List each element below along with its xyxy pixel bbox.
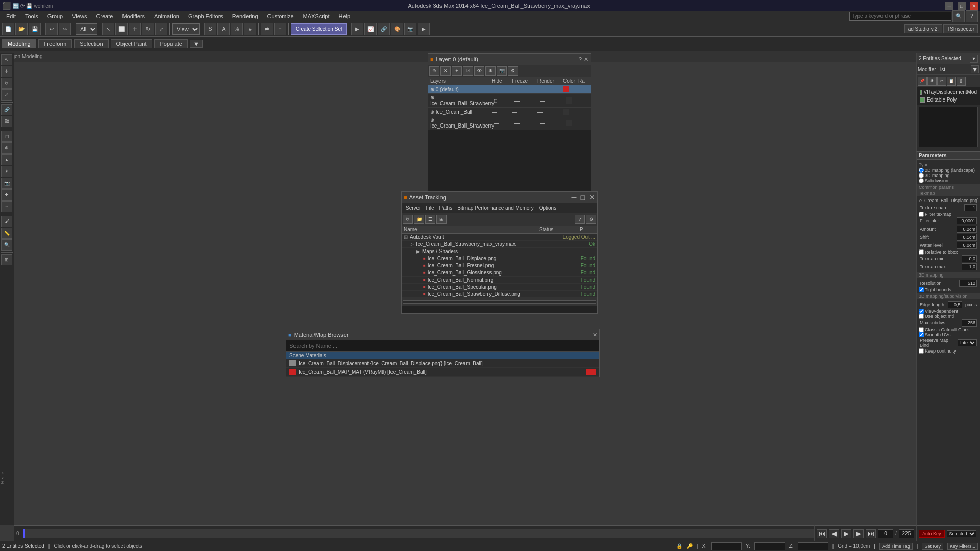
x-input[interactable] (711, 542, 742, 550)
layer-row-strawberry2[interactable]: ⊕ Ice_Cream_Ball_Strawberry — — — (428, 116, 591, 130)
set-key-btn[interactable]: Set Key (922, 543, 943, 550)
asset-help-btn[interactable]: ? (575, 215, 585, 224)
left-btn-helper[interactable]: ✚ (1, 189, 12, 201)
resolution-input[interactable] (959, 280, 977, 287)
schematic-view-button[interactable]: 🔗 (378, 23, 390, 35)
layer-delete-btn[interactable]: ✕ (440, 66, 451, 76)
use-object-mtl-check[interactable]: Use object mtl (919, 314, 978, 319)
menu-maxscript[interactable]: MAXScript (299, 12, 334, 20)
mod-item-vray-disp[interactable]: VRayDisplacementMod (918, 88, 979, 96)
asset-menu-bitmap[interactable]: Bitmap Performance and Memory (455, 205, 536, 211)
asset-maximize-btn[interactable]: □ (581, 193, 585, 202)
left-btn-geometry[interactable]: ▲ (1, 154, 12, 165)
left-btn-space-warp[interactable]: 〰 (1, 201, 12, 212)
mod-item-editable-poly[interactable]: Editable Poly (918, 96, 979, 104)
left-btn-scale[interactable]: ⤢ (1, 89, 12, 101)
shift-input[interactable] (957, 234, 977, 241)
help-button[interactable]: ? (966, 10, 978, 22)
asset-minimize-btn[interactable]: ─ (572, 193, 577, 202)
more-tabs-button[interactable]: ▼ (190, 40, 203, 48)
save-button[interactable]: 💾 (29, 23, 41, 35)
filter-texmap-check[interactable]: Filter texmap (919, 212, 978, 217)
ts-inspector-button[interactable]: TSInspector (943, 24, 978, 33)
angle-snap[interactable]: A (217, 23, 230, 35)
max-subdivs-input[interactable] (962, 319, 977, 327)
modifier-panel-options[interactable]: ▼ (970, 55, 978, 63)
play-prev-key-btn[interactable]: ⏮ (817, 529, 827, 538)
asset-row-diffuse[interactable]: ■ Ice_Cream_Ball_Strawberry_Diffuse.png … (402, 291, 597, 298)
material-editor-button[interactable]: 🎨 (391, 23, 403, 35)
layer-add-sel-btn[interactable]: + (452, 66, 462, 76)
timeline-track[interactable] (23, 529, 902, 538)
menu-customize[interactable]: Customize (263, 12, 298, 20)
lock-icon[interactable]: 🔒 (676, 543, 682, 549)
smooth-uvs-check[interactable]: Smooth UVs (919, 332, 978, 337)
menu-rendering[interactable]: Rendering (228, 12, 262, 20)
select-region-button[interactable]: ⬜ (115, 23, 128, 35)
mod-paste-btn[interactable]: 📋 (947, 77, 956, 86)
studio-button[interactable]: ad Studio v.2. (904, 24, 942, 33)
auto-key-button[interactable]: Auto Key (919, 530, 945, 538)
minimize-button[interactable]: ─ (945, 2, 953, 10)
tab-modeling[interactable]: Modeling (2, 39, 36, 48)
quick-access[interactable]: 🔙 ⟳ 💾 (13, 3, 32, 9)
asset-row-vault[interactable]: ⊞ Autodesk Vault Logged Out ... (402, 234, 597, 241)
undo-button[interactable]: ↩ (45, 23, 58, 35)
menu-tools[interactable]: Tools (21, 12, 42, 20)
filter-blur-input[interactable] (957, 217, 977, 224)
layer-hide-all-btn[interactable]: 👁 (474, 66, 484, 76)
modifier-list-dropdown[interactable]: ▼ (971, 65, 979, 73)
menu-group[interactable]: Group (43, 12, 67, 20)
scale-button[interactable]: ⤢ (155, 23, 167, 35)
move-button[interactable]: ✛ (129, 23, 141, 35)
material-row-map-mat[interactable]: Ice_Cream_Ball_MAP_MAT (VRayMtl) [Ice_Cr… (286, 368, 599, 377)
layer-settings-btn[interactable]: ⚙ (508, 66, 518, 76)
left-btn-camera[interactable]: 📷 (1, 178, 12, 189)
asset-row-maps[interactable]: ▶ Maps / Shaders (402, 248, 597, 255)
select-button[interactable]: ↖ (102, 23, 114, 35)
asset-refresh-btn[interactable]: ↻ (403, 215, 413, 224)
mod-show-btn[interactable]: 👁 (927, 77, 937, 86)
asset-menu-server[interactable]: Server (404, 205, 423, 211)
left-btn-magnify[interactable]: 🔍 (1, 239, 12, 251)
add-time-tag-btn[interactable]: Add Time Tag (879, 543, 913, 550)
material-search-input[interactable] (286, 340, 599, 352)
texmap-min-input[interactable] (962, 255, 977, 262)
filter-dropdown[interactable]: All (76, 23, 97, 35)
tab-object-paint[interactable]: Object Paint (111, 39, 153, 48)
rotate-button[interactable]: ↻ (142, 23, 154, 35)
mirror-button[interactable]: ⇌ (261, 23, 273, 35)
layer-render-all-btn[interactable]: 📷 (497, 66, 507, 76)
tab-freeform[interactable]: Freeform (38, 39, 72, 48)
relative-bbox-check[interactable]: Relative to bbox (919, 249, 978, 255)
play-next-key-btn[interactable]: ⏭ (866, 529, 876, 538)
menu-animation[interactable]: Animation (150, 12, 183, 20)
left-btn-light[interactable]: ☀ (1, 166, 12, 177)
asset-row-normal[interactable]: ■ Ice_Cream_Ball_Normal.png Found (402, 277, 597, 284)
y-input[interactable] (754, 542, 785, 550)
left-btn-move[interactable]: ✛ (1, 66, 12, 77)
search-input[interactable] (849, 12, 951, 21)
key-mode-select[interactable]: Selected (947, 530, 976, 537)
align-button[interactable]: ≡ (274, 23, 286, 35)
menu-edit[interactable]: Edit (2, 12, 20, 20)
texture-channel-input[interactable] (964, 204, 977, 211)
create-selection-button[interactable]: Create Selection Sel (291, 23, 347, 35)
layer-new-btn[interactable]: ⊕ (429, 66, 439, 76)
material-row-displacement[interactable]: Ice_Cream_Ball_Displacement {Ice_Cream_B… (286, 359, 599, 368)
asset-menu-options[interactable]: Options (537, 205, 558, 211)
tight-bounds-check[interactable]: Tight bounds (919, 287, 978, 292)
asset-row-fresnel[interactable]: ■ Ice_Cream_Ball_Fresnel.png Found (402, 262, 597, 269)
view-dependent-check[interactable]: View-dependent (919, 309, 978, 314)
left-btn-rotate[interactable]: ↻ (1, 78, 12, 89)
asset-menu-file[interactable]: File (424, 205, 436, 211)
classic-catmull-check[interactable]: Classic Catmull-Clark (919, 327, 978, 332)
menu-graph-editors[interactable]: Graph Editors (184, 12, 227, 20)
z-input[interactable] (798, 542, 828, 550)
play-btn[interactable]: ▶ (841, 529, 851, 538)
redo-button[interactable]: ↪ (59, 23, 71, 35)
layer-close-icon[interactable]: ✕ (584, 56, 589, 63)
spinner-snap[interactable]: # (244, 23, 256, 35)
layer-help-icon[interactable]: ? (579, 56, 582, 63)
menu-create[interactable]: Create (92, 12, 117, 20)
